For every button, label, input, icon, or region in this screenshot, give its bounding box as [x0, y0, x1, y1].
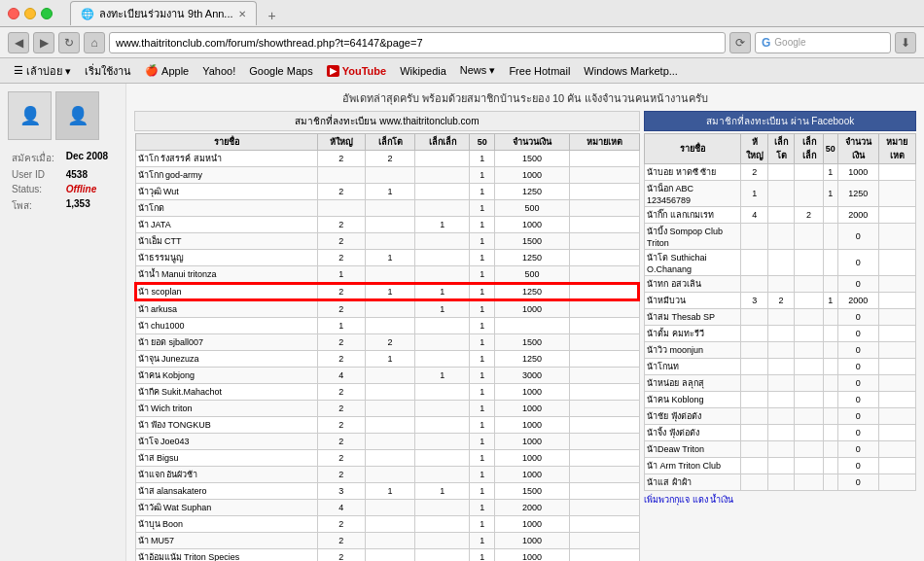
bookmark-readinglist[interactable]: ☰ เล้าบ่อย ▾: [8, 60, 77, 82]
bookmark-label: เริ่มใช้งาน: [85, 62, 131, 80]
table-row: น้าหน่อย ลลุกสุ0: [645, 375, 916, 392]
left-table-section: สมาชิกที่ลงทะเบียน www.thaitritonclub.co…: [134, 111, 640, 561]
youtube-logo: ▶: [327, 65, 339, 77]
bookmark-wikipedia[interactable]: Wikipedia: [394, 63, 452, 79]
title-bar: 🌐 ลงทะเบียนร่วมงาน 9th Ann... ✕ +: [0, 0, 924, 27]
bookmark-icon: ☰: [14, 64, 23, 77]
col-amt-r: จำนวนเงิน: [837, 134, 878, 164]
table-row: น้าชัย ฟุ้งต่อตัง0: [645, 408, 916, 425]
bookmark-label: Wikipedia: [400, 65, 446, 77]
table-row: น้าส alansakatero31111500: [135, 483, 639, 500]
table-row: น้าบุน Boon211000: [135, 516, 639, 533]
close-button[interactable]: [8, 8, 19, 19]
bookmark-label: Yahoo!: [202, 65, 235, 77]
reload-button[interactable]: ⟳: [729, 32, 751, 53]
table-row: น้าส Bigsu211000: [135, 450, 639, 467]
bookmarks-bar: ☰ เล้าบ่อย ▾ เริ่มใช้งาน 🍎 Apple Yahoo! …: [0, 58, 924, 84]
table-row: น้า ฟ้อง TONGKUB211000: [135, 417, 639, 434]
col-amt: จำนวนเงิน: [495, 134, 570, 151]
table-row: น้าโกนท0: [645, 359, 916, 375]
active-tab[interactable]: 🌐 ลงทะเบียนร่วมงาน 9th Ann... ✕: [70, 1, 257, 25]
page-title: อัพเดทล่าสุดครับ พร้อมด้วยสมาชิกบ้านระยอ…: [134, 89, 916, 107]
table-row: น้าแส ฝำฝำ0: [645, 474, 916, 491]
col-name: รายชื่อ: [135, 134, 317, 151]
left-table-header: สมาชิกที่ลงทะเบียน www.thaitritonclub.co…: [134, 111, 640, 131]
tab-bar: 🌐 ลงทะเบียนร่วมงาน 9th Ann... ✕ +: [70, 1, 284, 25]
traffic-lights: [8, 8, 53, 19]
table-row: น้าวัฒิ Wat Suphan412000: [135, 500, 639, 516]
right-header-text: สมาชิกที่ลงทะเบียน ผ่าน Facebook: [706, 116, 854, 126]
table-row: น้าสม Thesab SP0: [645, 309, 916, 326]
col-med: เล็กโต: [366, 134, 415, 151]
bookmark-hotmail[interactable]: Free Hotmail: [503, 63, 576, 79]
back-button[interactable]: ◀: [8, 32, 29, 53]
avatar-area: 👤 👤: [8, 91, 118, 140]
search-bar[interactable]: G Google: [755, 32, 891, 53]
url-bar[interactable]: www.thaitritonclub.com/forum/showthread.…: [109, 32, 726, 53]
minimize-button[interactable]: [24, 8, 36, 19]
bookmark-label: Google Maps: [249, 65, 312, 77]
bookmark-windows[interactable]: Windows Marketp...: [578, 63, 684, 79]
search-text: Google: [774, 37, 805, 48]
new-tab-button[interactable]: +: [261, 6, 284, 25]
status-label: Status:: [10, 183, 62, 195]
col-50: 50: [470, 134, 495, 151]
table-row: น้า JATA2111000: [135, 217, 639, 233]
table-row: น้าทก อสวเลิน0: [645, 276, 916, 293]
download-button[interactable]: ⬇: [895, 32, 916, 53]
bookmark-yahoo[interactable]: Yahoo!: [196, 63, 241, 79]
table-row: น้าวุฒิ Wut2111250: [135, 184, 639, 200]
maximize-button[interactable]: [41, 8, 53, 19]
table-row: น้าบอย หาดซี ซ้าย211000: [645, 164, 916, 181]
col-med-r: เล็กโต: [767, 134, 794, 164]
table-row: น้า chu100011: [135, 318, 639, 334]
table-row: น้าตั้ม คมทะรีวี0: [645, 326, 916, 342]
registered-label: สมัครเมื่อ:: [10, 150, 62, 166]
col-small: เล็กเล็ก: [415, 134, 470, 151]
table-row: น้า scoplan21111250: [135, 283, 639, 300]
table-row: น้า Arm Triton Club0: [645, 458, 916, 474]
table-row: น้าหมีบวน3212000: [645, 293, 916, 309]
tables-container: สมาชิกที่ลงทะเบียน www.thaitritonclub.co…: [134, 111, 916, 561]
bookmark-youtube[interactable]: ▶ YouTube: [321, 63, 392, 79]
posts-value: 1,353: [64, 197, 116, 214]
posts-label: โพส:: [10, 197, 62, 214]
bookmark-news[interactable]: News ▾: [454, 62, 502, 79]
table-row: น้าคน Koblong0: [645, 392, 916, 408]
avatar-primary: 👤: [8, 91, 52, 140]
bookmark-label: Windows Marketp...: [584, 65, 678, 77]
table-row: น้าโจ Joe043211000: [135, 434, 639, 450]
status-value: Offline: [64, 183, 116, 195]
table-row: น้า ยอด sjball0072211500: [135, 334, 639, 351]
col-note-r: หมายเหต: [878, 134, 915, 164]
tab-title: ลงทะเบียนร่วมงาน 9th Ann...: [99, 5, 233, 22]
bookmark-label: News ▾: [460, 64, 496, 77]
table-row: น้ากีค Sukit.Mahachot211000: [135, 384, 639, 401]
table-row: น้าแจก อันผัวช้า211000: [135, 467, 639, 483]
col-small-r: เล็กเล็ก: [795, 134, 824, 164]
table-row: น้าจิ้ง ฟุ้งต่อตัง0: [645, 425, 916, 441]
table-row: น้าคน Kobjong4113000: [135, 368, 639, 384]
table-row: น้า arkusa2111000: [135, 300, 639, 318]
footer-note: เพิ่มพวกกุแจ แดง น้ำเงิน: [644, 493, 916, 507]
table-row: น้าธรรมนูญ2111250: [135, 250, 639, 266]
right-data-table: รายชื่อ ห้ใหญ่ เล็กโต เล็กเล็ก 50 จำนวนเ…: [644, 133, 916, 491]
right-table-section: สมาชิกที่ลงทะเบียน ผ่าน Facebook รายชื่อ…: [644, 111, 916, 561]
table-row: น้าอ้อมแน้ม Triton Species211000: [135, 549, 639, 562]
bookmark-apple[interactable]: 🍎 Apple: [139, 62, 195, 79]
table-row: น้ากิ๊ก แลกเกมเรท422000: [645, 207, 916, 224]
apple-icon: 🍎: [145, 64, 159, 77]
url-text: www.thaitritonclub.com/forum/showthread.…: [116, 37, 423, 49]
bookmark-start[interactable]: เริ่มใช้งาน: [79, 60, 137, 82]
tab-close-button[interactable]: ✕: [238, 9, 246, 19]
userid-value: 4538: [64, 168, 116, 181]
bookmark-googlemaps[interactable]: Google Maps: [243, 63, 318, 79]
col-50-r: 50: [823, 134, 837, 164]
left-header-text: สมาชิกที่ลงทะเบียน www.thaitritonclub.co…: [295, 116, 479, 126]
table-row: น้า MU57211000: [135, 533, 639, 549]
refresh-button[interactable]: ↻: [58, 32, 80, 53]
home-button[interactable]: ⌂: [84, 32, 105, 53]
address-bar: ◀ ▶ ↻ ⌂ www.thaitritonclub.com/forum/sho…: [0, 27, 924, 58]
forward-button[interactable]: ▶: [33, 32, 54, 53]
table-row: น้าโกก god-army11000: [135, 167, 639, 184]
